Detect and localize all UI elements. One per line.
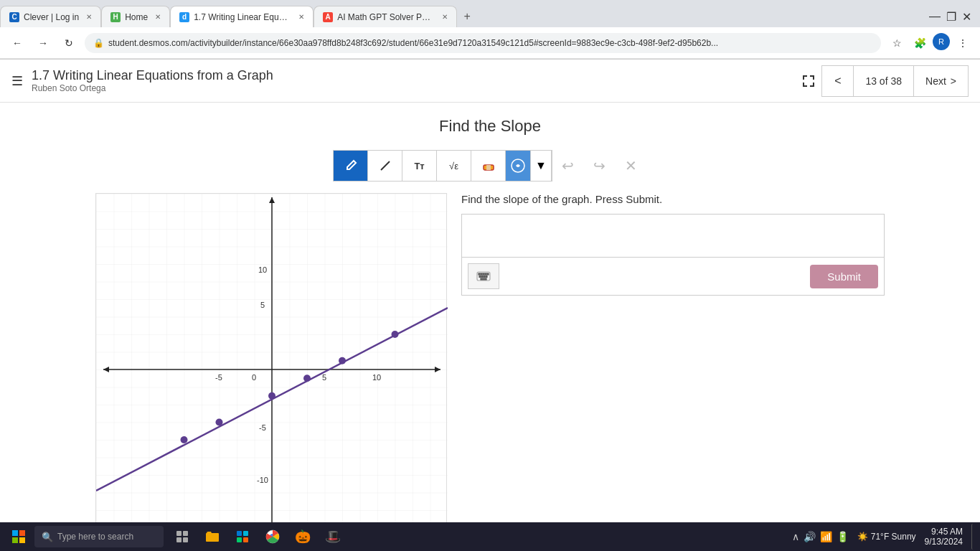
redo-button[interactable]: ↪ xyxy=(584,150,616,182)
weather-text: 71°F Sunny xyxy=(871,532,916,542)
chrome-button[interactable] xyxy=(260,524,286,550)
answer-input-box[interactable] xyxy=(461,214,885,257)
address-bar[interactable]: 🔒 student.desmos.com/activitybuilder/ins… xyxy=(85,33,881,53)
next-label: Next xyxy=(925,75,946,87)
tab-home-label: Home xyxy=(125,12,148,22)
svg-line-0 xyxy=(381,161,390,170)
task-view-button[interactable] xyxy=(169,524,195,550)
tab-home-close[interactable]: ✕ xyxy=(155,13,161,21)
file-explorer-button[interactable] xyxy=(199,524,225,550)
store-button[interactable] xyxy=(230,524,255,550)
emoji2-button[interactable]: 🎩 xyxy=(320,524,346,550)
close-window-button[interactable]: ✕ xyxy=(962,10,971,24)
tab-aimath-close[interactable]: ✕ xyxy=(442,13,448,21)
content-title: Find the Slope xyxy=(439,117,541,136)
keyboard-button[interactable] xyxy=(468,263,499,289)
drawing-toolbar: Tт √ε ▼ ↩ ↪ ✕ xyxy=(333,150,647,182)
svg-rect-36 xyxy=(481,278,486,280)
svg-rect-44 xyxy=(183,537,188,542)
nav-controls: < 13 of 38 Next > xyxy=(821,65,969,97)
svg-rect-2 xyxy=(486,165,491,170)
next-page-button[interactable]: Next > xyxy=(914,65,969,97)
dropdown-arrow-button[interactable]: ▼ xyxy=(530,150,551,182)
svg-text:10: 10 xyxy=(258,265,267,274)
weather-widget[interactable]: ☀️ 71°F Sunny xyxy=(857,532,916,542)
tab-clever[interactable]: C Clever | Log in ✕ xyxy=(0,6,101,27)
tab-desmos-close[interactable]: ✕ xyxy=(298,13,304,21)
svg-rect-28 xyxy=(481,273,482,275)
taskbar-search-box[interactable]: 🔍 Type here to search xyxy=(34,526,164,547)
volume-icon[interactable]: 🔊 xyxy=(804,531,816,542)
minimize-button[interactable]: — xyxy=(929,10,941,24)
tab-aimath[interactable]: A AI Math GPT Solver Powered b... ✕ xyxy=(314,6,457,27)
maximize-button[interactable]: ❐ xyxy=(946,10,956,24)
header-title-area: 1.7 Writing Linear Equations from a Grap… xyxy=(32,68,796,93)
forward-button[interactable]: → xyxy=(33,33,53,53)
start-button[interactable] xyxy=(6,524,32,550)
taskbar: 🔍 Type here to search xyxy=(0,522,980,551)
show-desktop-button[interactable] xyxy=(971,524,974,550)
pencil-tool-button[interactable] xyxy=(333,150,367,182)
svg-text:10: 10 xyxy=(372,373,381,382)
tab-home[interactable]: H Home ✕ xyxy=(101,6,170,27)
svg-rect-39 xyxy=(12,537,18,543)
bookmark-button[interactable]: ☆ xyxy=(887,33,907,53)
submit-button[interactable]: Submit xyxy=(810,265,878,288)
clear-button[interactable]: ✕ xyxy=(616,150,647,182)
line-tool-button[interactable] xyxy=(367,150,402,182)
refresh-button[interactable]: ↻ xyxy=(59,33,79,53)
back-button[interactable]: ← xyxy=(7,33,27,53)
svg-text:-10: -10 xyxy=(257,476,268,484)
svg-text:0: 0 xyxy=(252,373,256,382)
svg-rect-38 xyxy=(19,530,25,536)
taskbar-pinned-apps: 🎃 🎩 xyxy=(169,524,346,550)
sqrt-tool-button[interactable]: √ε xyxy=(436,150,471,182)
new-tab-button[interactable]: + xyxy=(457,6,477,27)
svg-rect-47 xyxy=(237,537,242,542)
clock-date: 9/13/2024 xyxy=(925,537,963,547)
system-tray: ∧ 🔊 📶 🔋 xyxy=(792,531,849,542)
svg-rect-27 xyxy=(479,273,480,275)
tab-clever-close[interactable]: ✕ xyxy=(86,13,92,21)
content-row: 0 -5 5 10 10 5 -5 -10 xyxy=(95,193,885,523)
tab-bar: C Clever | Log in ✕ H Home ✕ d 1.7 Writi… xyxy=(0,0,980,27)
menu-button[interactable]: ⋮ xyxy=(953,33,973,53)
tab-clever-label: Clever | Log in xyxy=(24,12,79,22)
svg-text:5: 5 xyxy=(260,301,265,309)
extension-button[interactable]: 🧩 xyxy=(910,33,930,53)
network-icon[interactable]: 📶 xyxy=(820,531,832,542)
tray-up-arrow[interactable]: ∧ xyxy=(792,531,799,542)
svg-point-21 xyxy=(216,419,223,426)
expand-button[interactable] xyxy=(796,68,821,94)
undo-button[interactable]: ↩ xyxy=(552,150,584,182)
page-title: 1.7 Writing Linear Equations from a Grap… xyxy=(32,68,796,83)
next-chevron-icon: > xyxy=(951,75,956,87)
tab-desmos-label: 1.7 Writing Linear Equations fro... xyxy=(194,12,291,22)
svg-rect-30 xyxy=(485,273,486,275)
student-name: Ruben Soto Ortega xyxy=(32,83,796,93)
app-header: ☰ 1.7 Writing Linear Equations from a Gr… xyxy=(0,60,980,103)
svg-point-25 xyxy=(392,331,399,338)
graph-canvas[interactable]: 0 -5 5 10 10 5 -5 -10 xyxy=(95,193,447,523)
svg-text:-5: -5 xyxy=(215,373,222,382)
svg-rect-45 xyxy=(237,531,242,536)
profile-button[interactable]: R xyxy=(933,33,950,50)
svg-rect-35 xyxy=(486,276,487,278)
prev-page-button[interactable]: < xyxy=(821,65,853,97)
eraser-tool-button[interactable] xyxy=(471,150,505,182)
text-tool-button[interactable]: Tт xyxy=(402,150,436,182)
graph-area: 0 -5 5 10 10 5 -5 -10 xyxy=(95,193,447,523)
svg-text:5: 5 xyxy=(322,373,326,382)
draw-mode-button[interactable] xyxy=(505,150,530,182)
main-content: Find the Slope Tт √ε ▼ xyxy=(0,103,980,523)
svg-rect-31 xyxy=(487,273,489,275)
svg-rect-48 xyxy=(243,537,248,542)
svg-point-22 xyxy=(268,392,275,400)
nav-icons: ☆ 🧩 R ⋮ xyxy=(887,33,973,53)
emoji1-button[interactable]: 🎃 xyxy=(290,524,316,550)
hamburger-menu[interactable]: ☰ xyxy=(11,73,23,89)
taskbar-clock[interactable]: 9:45 AM 9/13/2024 xyxy=(925,527,963,547)
tab-desmos[interactable]: d 1.7 Writing Linear Equations fro... ✕ xyxy=(170,6,314,27)
battery-icon[interactable]: 🔋 xyxy=(837,531,849,542)
svg-point-23 xyxy=(303,375,311,382)
